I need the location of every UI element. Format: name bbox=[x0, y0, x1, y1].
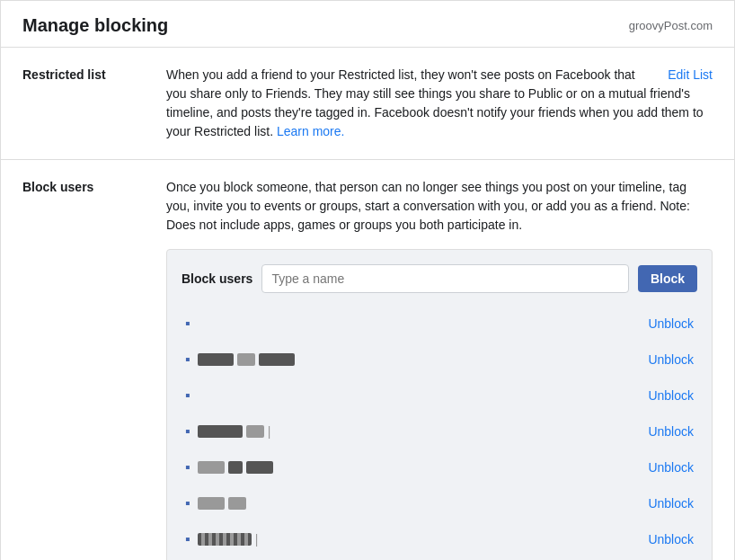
name-bar bbox=[228, 497, 246, 510]
name-bar bbox=[246, 425, 264, 438]
block-users-description: Once you block someone, that person can … bbox=[166, 178, 713, 235]
block-users-input-label: Block users bbox=[182, 270, 252, 289]
bullet-icon: ▪ bbox=[185, 457, 190, 478]
name-bar bbox=[198, 353, 234, 366]
page-title: Manage blocking bbox=[22, 15, 168, 36]
bullet-icon: ▪ bbox=[185, 493, 190, 514]
block-users-box: Block users Block ▪ Unblock bbox=[166, 249, 713, 560]
blocked-item: ▪ Unblock bbox=[182, 487, 697, 520]
name-placeholder bbox=[198, 353, 642, 366]
restricted-list-content: Edit List When you add a friend to your … bbox=[166, 66, 713, 141]
name-bar bbox=[228, 461, 243, 474]
name-bar bbox=[198, 497, 225, 510]
blocked-item: ▪ Unblock bbox=[182, 379, 697, 412]
name-bar bbox=[237, 353, 255, 366]
name-bar bbox=[198, 461, 225, 474]
name-placeholder: | bbox=[198, 530, 642, 549]
block-button[interactable]: Block bbox=[638, 265, 697, 292]
block-users-content: Once you block someone, that person can … bbox=[166, 178, 713, 560]
unblock-button[interactable]: Unblock bbox=[648, 532, 694, 547]
edit-list-button[interactable]: Edit List bbox=[668, 66, 713, 84]
bullet-icon: ▪ bbox=[185, 349, 190, 370]
name-bar bbox=[198, 425, 243, 438]
blocked-item: ▪ Unblock bbox=[182, 451, 697, 484]
blocked-item: ▪ | Unblock bbox=[182, 523, 697, 556]
bullet-icon: ▪ bbox=[185, 385, 190, 406]
learn-more-link[interactable]: Learn more. bbox=[277, 124, 344, 138]
block-users-section: Block users Once you block someone, that… bbox=[1, 160, 734, 560]
blocked-item: ▪ Unblock bbox=[182, 307, 697, 340]
unblock-button[interactable]: Unblock bbox=[648, 316, 694, 331]
blocked-item: ▪ | Unblock bbox=[182, 415, 697, 448]
restricted-list-description: When you add a friend to your Restricted… bbox=[166, 67, 704, 138]
block-users-input-row: Block users Block bbox=[182, 264, 697, 293]
name-bar bbox=[198, 533, 252, 546]
bullet-icon: ▪ bbox=[185, 421, 190, 442]
content: Restricted list Edit List When you add a… bbox=[1, 48, 734, 560]
name-placeholder: | bbox=[198, 422, 642, 441]
name-bar bbox=[259, 353, 295, 366]
unblock-button[interactable]: Unblock bbox=[648, 460, 694, 475]
blocked-list: ▪ Unblock ▪ Unblock bbox=[182, 307, 697, 560]
page-container: Manage blocking groovyPost.com Restricte… bbox=[0, 0, 735, 560]
name-placeholder bbox=[198, 497, 642, 510]
source-label: groovyPost.com bbox=[629, 19, 713, 32]
separator: | bbox=[255, 530, 259, 549]
restricted-list-section: Restricted list Edit List When you add a… bbox=[1, 48, 734, 160]
unblock-button[interactable]: Unblock bbox=[648, 496, 694, 511]
block-users-input[interactable] bbox=[261, 264, 629, 293]
block-users-label: Block users bbox=[22, 178, 166, 560]
header: Manage blocking groovyPost.com bbox=[1, 1, 734, 48]
name-placeholder bbox=[198, 461, 642, 474]
unblock-button[interactable]: Unblock bbox=[648, 424, 694, 439]
bullet-icon: ▪ bbox=[185, 313, 190, 334]
separator: | bbox=[268, 422, 271, 441]
name-bar bbox=[246, 461, 273, 474]
bullet-icon: ▪ bbox=[185, 529, 190, 550]
restricted-list-label: Restricted list bbox=[22, 66, 166, 141]
unblock-button[interactable]: Unblock bbox=[648, 352, 694, 367]
unblock-button[interactable]: Unblock bbox=[648, 388, 694, 403]
blocked-item: ▪ Unblock bbox=[182, 343, 697, 376]
